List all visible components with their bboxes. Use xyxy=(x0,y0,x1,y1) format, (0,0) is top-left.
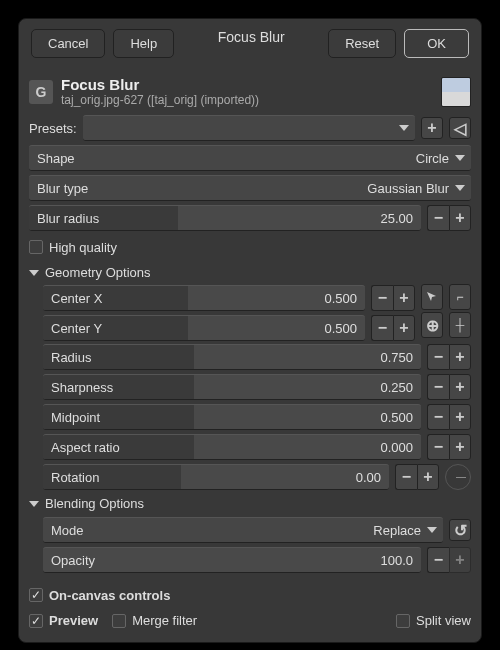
preview-label: Preview xyxy=(49,613,98,628)
expand-down-icon xyxy=(29,501,39,507)
shape-select[interactable]: Shape Circle xyxy=(29,145,471,171)
blur-radius-value: 25.00 xyxy=(380,211,421,226)
opacity-decrement[interactable]: − xyxy=(427,547,449,573)
center-x-increment[interactable]: + xyxy=(393,285,415,311)
on-canvas-label: On-canvas controls xyxy=(49,588,170,603)
chevron-down-icon xyxy=(427,527,437,533)
sharpness-label: Sharpness xyxy=(43,380,113,395)
gimp-logo-icon: G xyxy=(29,80,53,104)
radius-input[interactable]: Radius0.750 xyxy=(43,344,421,370)
snap-center-button[interactable]: ┼ xyxy=(449,312,471,338)
blending-title: Blending Options xyxy=(45,496,144,511)
snap-corner-button[interactable]: ⌐ xyxy=(449,284,471,310)
split-view-checkbox[interactable] xyxy=(396,614,410,628)
center-x-decrement[interactable]: − xyxy=(371,285,393,311)
geometry-section-toggle[interactable]: Geometry Options xyxy=(29,261,471,284)
expand-down-icon xyxy=(29,270,39,276)
preview-checkbox[interactable] xyxy=(29,614,43,628)
chevron-down-icon xyxy=(455,185,465,191)
center-x-label: Center X xyxy=(43,291,102,306)
radius-increment[interactable]: + xyxy=(449,344,471,370)
midpoint-decrement[interactable]: − xyxy=(427,404,449,430)
opacity-input[interactable]: Opacity100.0 xyxy=(43,547,421,573)
reset-button[interactable]: Reset xyxy=(328,29,396,58)
blur-type-label: Blur type xyxy=(37,181,88,196)
center-y-label: Center Y xyxy=(43,321,102,336)
merge-filter-checkbox[interactable] xyxy=(112,614,126,628)
mode-value: Replace xyxy=(373,523,427,538)
presets-label: Presets: xyxy=(29,121,77,136)
midpoint-input[interactable]: Midpoint0.500 xyxy=(43,404,421,430)
geometry-title: Geometry Options xyxy=(45,265,151,280)
opacity-value: 100.0 xyxy=(380,553,421,568)
high-quality-checkbox[interactable] xyxy=(29,240,43,254)
rotation-label: Rotation xyxy=(43,470,99,485)
blur-radius-increment[interactable]: + xyxy=(449,205,471,231)
preset-manage-button[interactable]: ◁ xyxy=(449,117,471,139)
aspect-decrement[interactable]: − xyxy=(427,434,449,460)
preset-add-button[interactable]: + xyxy=(421,117,443,139)
sharpness-decrement[interactable]: − xyxy=(427,374,449,400)
high-quality-label: High quality xyxy=(49,240,117,255)
presets-row: Presets: + ◁ xyxy=(29,113,471,143)
sharpness-increment[interactable]: + xyxy=(449,374,471,400)
center-y-value: 0.500 xyxy=(324,321,365,336)
link-axes-button[interactable]: ⊕ xyxy=(421,312,443,338)
radius-label: Radius xyxy=(43,350,91,365)
mode-select[interactable]: Mode Replace xyxy=(43,517,443,543)
aspect-input[interactable]: Aspect ratio0.000 xyxy=(43,434,421,460)
midpoint-value: 0.500 xyxy=(380,410,421,425)
rotation-value: 0.00 xyxy=(356,470,389,485)
dialog-titlebar: Cancel Help Focus Blur Reset OK xyxy=(19,19,481,68)
midpoint-increment[interactable]: + xyxy=(449,404,471,430)
center-x-value: 0.500 xyxy=(324,291,365,306)
center-y-decrement[interactable]: − xyxy=(371,315,393,341)
sharpness-input[interactable]: Sharpness0.250 xyxy=(43,374,421,400)
filter-name: Focus Blur xyxy=(61,76,259,93)
image-thumbnail xyxy=(441,77,471,107)
merge-filter-label: Merge filter xyxy=(132,613,197,628)
blur-radius-decrement[interactable]: − xyxy=(427,205,449,231)
blur-type-value: Gaussian Blur xyxy=(367,181,455,196)
opacity-increment[interactable]: + xyxy=(449,547,471,573)
mode-label: Mode xyxy=(51,523,84,538)
blending-section-toggle[interactable]: Blending Options xyxy=(29,492,471,515)
ok-button[interactable]: OK xyxy=(404,29,469,58)
rotation-input[interactable]: Rotation0.00 xyxy=(43,464,389,490)
midpoint-label: Midpoint xyxy=(43,410,100,425)
on-canvas-checkbox[interactable] xyxy=(29,588,43,602)
center-y-input[interactable]: Center Y0.500 xyxy=(43,315,365,341)
blur-type-select[interactable]: Blur type Gaussian Blur xyxy=(29,175,471,201)
shape-label: Shape xyxy=(37,151,75,166)
radius-decrement[interactable]: − xyxy=(427,344,449,370)
opacity-label: Opacity xyxy=(43,553,95,568)
cancel-button[interactable]: Cancel xyxy=(31,29,105,58)
pick-point-button[interactable] xyxy=(421,284,443,310)
rotation-dial[interactable] xyxy=(445,464,471,490)
dialog-title: Focus Blur xyxy=(218,29,285,58)
blur-radius-label: Blur radius xyxy=(29,211,99,226)
mode-swap-button[interactable]: ↺ xyxy=(449,519,471,541)
presets-select[interactable] xyxy=(83,115,415,141)
shape-value: Circle xyxy=(416,151,455,166)
blur-radius-input[interactable]: Blur radius 25.00 xyxy=(29,205,421,231)
aspect-increment[interactable]: + xyxy=(449,434,471,460)
rotation-increment[interactable]: + xyxy=(417,464,439,490)
rotation-decrement[interactable]: − xyxy=(395,464,417,490)
chevron-down-icon xyxy=(455,155,465,161)
center-y-increment[interactable]: + xyxy=(393,315,415,341)
split-view-label: Split view xyxy=(416,613,471,628)
sharpness-value: 0.250 xyxy=(380,380,421,395)
center-x-input[interactable]: Center X0.500 xyxy=(43,285,365,311)
focus-blur-dialog: Cancel Help Focus Blur Reset OK G Focus … xyxy=(18,18,482,643)
aspect-label: Aspect ratio xyxy=(43,440,120,455)
aspect-value: 0.000 xyxy=(380,440,421,455)
help-button[interactable]: Help xyxy=(113,29,174,58)
radius-value: 0.750 xyxy=(380,350,421,365)
dialog-header: G Focus Blur taj_orig.jpg-627 ([taj_orig… xyxy=(29,74,471,113)
image-name: taj_orig.jpg-627 ([taj_orig] (imported)) xyxy=(61,93,259,107)
